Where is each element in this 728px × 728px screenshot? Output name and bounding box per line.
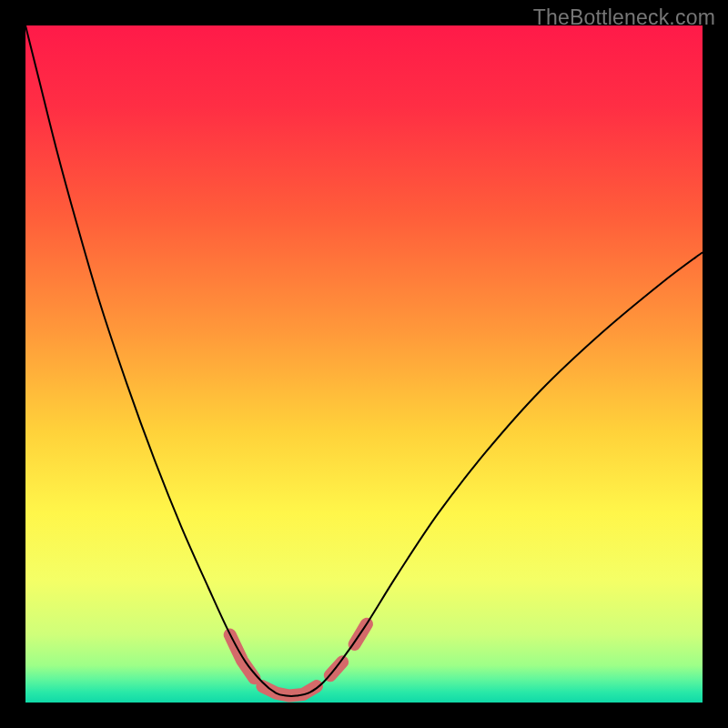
chart-stage: TheBottleneck.com [0,0,728,728]
bottleneck-chart [0,0,728,728]
watermark-label: TheBottleneck.com [533,5,715,30]
plot-background [25,25,703,703]
